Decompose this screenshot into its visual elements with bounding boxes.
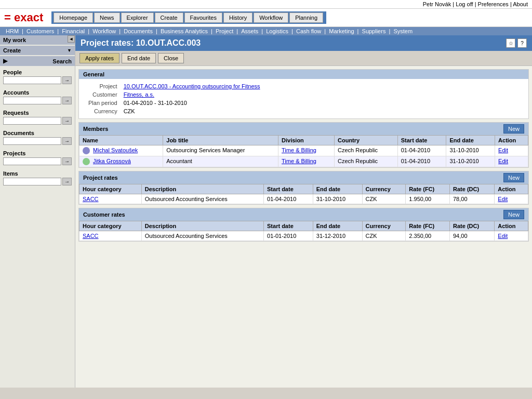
project-rates-table-row: SACC Outsourced Accounting Services 01-0…: [79, 194, 528, 204]
documents-search-btn[interactable]: →: [62, 137, 72, 145]
end-date-button[interactable]: End date: [122, 53, 156, 63]
nav-favourites[interactable]: Favourites: [184, 12, 222, 23]
member-name-link[interactable]: Michal Svatoušek: [93, 147, 138, 153]
subnav-customers[interactable]: Customers: [26, 28, 54, 34]
member-edit-link[interactable]: Edit: [498, 147, 508, 153]
sidebar-people-label: People: [3, 69, 72, 75]
subnav-project[interactable]: Project: [216, 28, 233, 34]
projects-search-input[interactable]: [3, 157, 61, 165]
sidebar-search-header[interactable]: ▶ Search: [0, 56, 75, 66]
about-link[interactable]: About: [513, 1, 528, 7]
subnav-marketing[interactable]: Marketing: [329, 28, 354, 34]
general-plan-period-row: Plan period 01-04-2010 - 31-10-2010: [85, 99, 263, 107]
pr-currency: CZK: [362, 194, 406, 204]
sidebar-search: ▶ Search: [0, 56, 75, 66]
subnav-system[interactable]: System: [393, 28, 413, 34]
logo: = exact: [4, 11, 43, 24]
customer-rates-new-button[interactable]: New: [503, 210, 524, 219]
col-name: Name: [79, 136, 163, 145]
sidebar-items-group: Items →: [0, 168, 75, 189]
col-hour-category: Hour category: [79, 221, 142, 231]
plan-period-value: 01-04-2010 - 31-10-2010: [121, 99, 263, 107]
star-icon[interactable]: ☆: [506, 38, 515, 48]
project-rates-new-button[interactable]: New: [503, 173, 524, 182]
requests-search-btn[interactable]: →: [62, 117, 72, 125]
member-country: Czech Republic: [335, 156, 398, 167]
pr-edit-link[interactable]: Edit: [498, 196, 508, 202]
col-start-date: Start date: [264, 184, 313, 194]
col-country: Country: [335, 136, 398, 145]
pr-hour-category-link[interactable]: SACC: [83, 196, 99, 202]
cr-action: Edit: [495, 231, 528, 241]
top-bar: Petr Novák | Log off | Preferences | Abo…: [0, 0, 532, 9]
help-icon[interactable]: ?: [517, 38, 527, 48]
member-job-title: Outsourcing Services Manager: [163, 145, 278, 156]
member-edit-link[interactable]: Edit: [498, 158, 508, 164]
nav-planning[interactable]: Planning: [289, 12, 323, 23]
sidebar-requests-label: Requests: [3, 110, 72, 116]
nav-create[interactable]: Create: [155, 12, 183, 23]
cr-rate-dc: 94,00: [449, 231, 494, 241]
customer-link[interactable]: Fitness, a.s.: [124, 91, 154, 98]
project-link[interactable]: 10.OUT.ACC.003 - Accounting outsourcing …: [124, 83, 260, 89]
member-name-cell: Jitka Grossová: [79, 156, 163, 167]
pr-description: Outsourced Accounting Services: [141, 194, 263, 204]
member-job-title: Acountant: [163, 156, 278, 167]
subnav-financial[interactable]: Financial: [62, 28, 85, 34]
apply-rates-button[interactable]: Apply rates: [79, 53, 119, 63]
subnav-cash-flow[interactable]: Cash flow: [296, 28, 321, 34]
sidebar-create-header[interactable]: Create ▼: [0, 46, 75, 55]
subnav-assets[interactable]: Assets: [241, 28, 258, 34]
nav-explorer[interactable]: Explorer: [121, 12, 154, 23]
sidebar-items-label: Items: [3, 170, 72, 177]
col-currency: Currency: [362, 184, 406, 194]
subnav-hrm[interactable]: HRM: [6, 28, 19, 34]
people-search-input[interactable]: [3, 76, 61, 84]
member-division: Time & Billing: [278, 145, 335, 156]
division-link[interactable]: Time & Billing: [282, 158, 316, 164]
sidebar-my-work-label: My work: [3, 37, 26, 43]
project-rates-section-header: Project rates New: [79, 171, 528, 184]
col-rate-fc: Rate (FC): [406, 184, 450, 194]
subnav-business-analytics[interactable]: Business Analytics: [161, 28, 208, 34]
subnav-workflow[interactable]: Workflow: [92, 28, 116, 34]
people-search-btn[interactable]: →: [62, 76, 72, 84]
sidebar-accounts-group: Accounts →: [0, 87, 75, 108]
items-search-btn[interactable]: →: [62, 178, 72, 185]
cr-rate-fc: 2.350,00: [406, 231, 450, 241]
requests-search-input[interactable]: [3, 117, 61, 125]
sidebar-my-work-header[interactable]: My work ▼: [0, 35, 75, 45]
col-end-date: End date: [446, 136, 495, 145]
division-link[interactable]: Time & Billing: [282, 147, 316, 153]
documents-search-input[interactable]: [3, 137, 61, 145]
sidebar-people-group: People →: [0, 67, 75, 87]
close-button[interactable]: Close: [158, 53, 184, 63]
sidebar-my-work: My work ▼: [0, 35, 75, 45]
accounts-search-input[interactable]: [3, 97, 61, 104]
accounts-search-btn[interactable]: →: [62, 97, 72, 104]
nav-news[interactable]: News: [94, 12, 120, 23]
nav-homepage[interactable]: Homepage: [54, 12, 93, 23]
subnav: HRM | Customers | Financial | Workflow |…: [0, 27, 532, 35]
cr-hour-category: SACC: [79, 231, 142, 241]
items-search-input[interactable]: [3, 178, 61, 185]
customer-rates-section-header: Customer rates New: [79, 208, 528, 221]
logoff-link[interactable]: Log off: [456, 1, 473, 7]
subnav-suppliers[interactable]: Suppliers: [362, 28, 386, 34]
nav-history[interactable]: History: [223, 12, 252, 23]
sidebar-documents-group: Documents →: [0, 128, 75, 148]
cr-end-date: 31-12-2010: [313, 231, 362, 241]
nav-workflow[interactable]: Workflow: [254, 12, 288, 23]
subnav-logistics[interactable]: Logistics: [266, 28, 288, 34]
members-new-button[interactable]: New: [503, 124, 524, 134]
cr-hour-category-link[interactable]: SACC: [83, 233, 99, 239]
member-action: Edit: [495, 145, 528, 156]
projects-search-btn[interactable]: →: [62, 157, 72, 165]
content-area: Project rates: 10.OUT.ACC.003 ☆ ? Apply …: [75, 35, 532, 388]
member-name-link[interactable]: Jitka Grossová: [93, 158, 131, 164]
username: Petr Novák: [423, 1, 451, 7]
subnav-documents[interactable]: Documents: [124, 28, 153, 34]
preferences-link[interactable]: Preferences: [478, 1, 509, 7]
cr-edit-link[interactable]: Edit: [498, 233, 508, 239]
sidebar-collapse-btn[interactable]: ◄: [68, 35, 75, 43]
